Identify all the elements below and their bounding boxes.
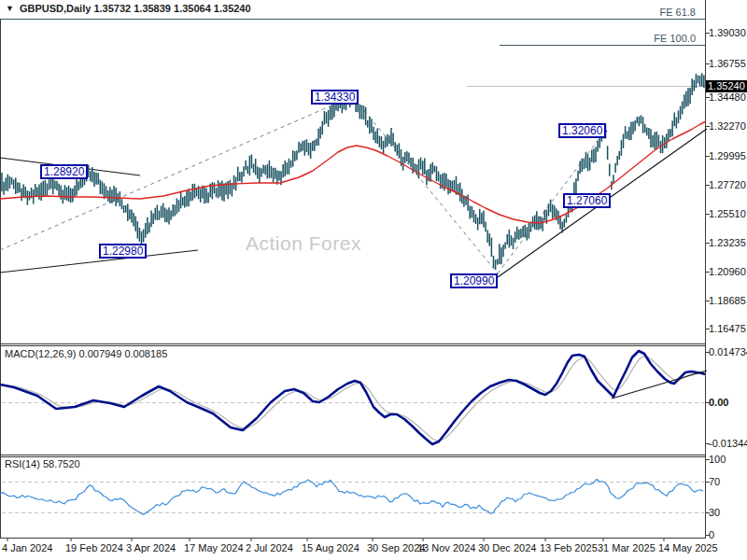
y-axis-label: 1.23235: [709, 237, 746, 248]
y-axis-label: 0.00: [709, 397, 728, 408]
x-axis-label: 14 May 2025: [658, 542, 718, 553]
y-axis-label: 70: [709, 476, 720, 487]
x-axis-label: 17 May 2024: [184, 542, 244, 553]
y-axis-label: 1.39030: [709, 27, 746, 38]
x-axis-label: 3 Apr 2024: [126, 542, 176, 553]
price-annotation[interactable]: 1.27060: [563, 193, 611, 208]
x-axis-label: 13 Nov 2024: [417, 542, 475, 553]
x-axis-label: 2 Jul 2024: [246, 542, 293, 553]
price-annotation[interactable]: 1.32060: [558, 123, 606, 138]
y-axis-label: 30: [709, 507, 720, 518]
price-annotation[interactable]: 1.34330: [311, 90, 359, 105]
y-axis-label: 1.29995: [709, 150, 746, 161]
collapse-icon[interactable]: ▼: [6, 4, 14, 13]
y-axis-label: 0: [709, 529, 714, 540]
chart-title-bar: ▼GBPUSD,Daily 1.35732 1.35839 1.35064 1.…: [6, 3, 251, 14]
y-axis-label: 1.36755: [709, 58, 746, 69]
price-annotation[interactable]: 1.28920: [40, 164, 88, 179]
fib-extension-100-label: FE 100.0: [654, 33, 696, 44]
x-axis-label: 30 Dec 2024: [478, 542, 536, 553]
symbol-ohlc-label: GBPUSD,Daily 1.35732 1.35839 1.35064 1.3…: [20, 3, 251, 14]
y-axis-label: 1.27720: [709, 179, 746, 190]
y-axis-label: 1.16475: [709, 323, 746, 334]
x-axis-label: 31 Mar 2025: [598, 542, 655, 553]
y-axis-label: 0.014734: [709, 346, 747, 357]
x-axis-label: 15 Aug 2024: [302, 542, 359, 553]
y-axis-label: 1.32270: [709, 120, 746, 132]
x-axis-label: 4 Jan 2024: [2, 542, 52, 553]
price-annotation[interactable]: 1.20990: [450, 273, 498, 288]
y-axis-label: 100: [709, 454, 726, 465]
chart-canvas[interactable]: [0, 0, 747, 560]
y-axis-label: -0.013442: [709, 438, 747, 449]
fib-extension-61-label: FE 61.8: [659, 7, 696, 18]
chart-window: Action Forex ▼GBPUSD,Daily 1.35732 1.358…: [0, 0, 747, 560]
y-axis-label: 1.18685: [709, 295, 746, 306]
y-axis-label: 1.25510: [709, 208, 746, 219]
x-axis-label: 19 Feb 2024: [65, 542, 123, 553]
macd-indicator-label: MACD(12,26,9) 0.007949 0.008185: [5, 348, 167, 359]
y-axis-label: 1.20960: [709, 266, 746, 277]
price-annotation[interactable]: 1.22980: [99, 244, 147, 259]
rsi-indicator-label: RSI(14) 58.7520: [5, 458, 80, 469]
y-axis-label: 1.34480: [709, 91, 746, 103]
x-axis-label: 13 Feb 2025: [540, 542, 598, 553]
